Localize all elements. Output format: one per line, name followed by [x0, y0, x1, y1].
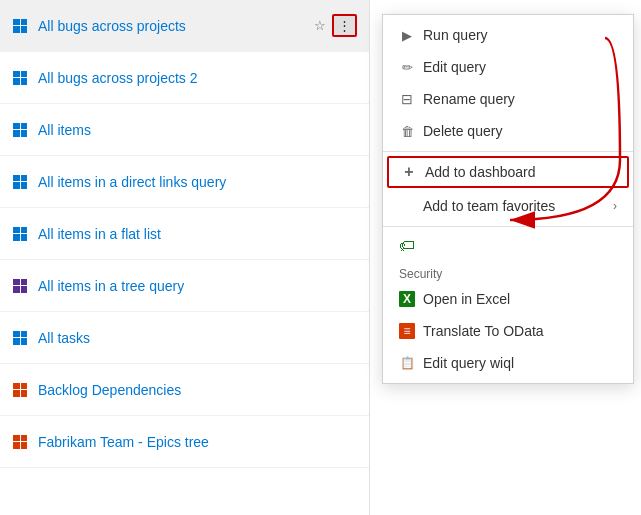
- menu-item-label: Translate To OData: [423, 323, 617, 339]
- query-icon-grid: [12, 174, 28, 190]
- query-label: All items in a direct links query: [38, 174, 357, 190]
- edit-query-icon: ✏: [399, 59, 415, 75]
- star-button[interactable]: ☆: [312, 16, 328, 35]
- query-label: Fabrikam Team - Epics tree: [38, 434, 357, 450]
- query-icon-grid: [12, 70, 28, 86]
- chevron-right-icon: ›: [613, 199, 617, 213]
- run-query-icon: ▶: [399, 27, 415, 43]
- query-item-all-items-flat[interactable]: All items in a flat list: [0, 208, 369, 260]
- menu-item-edit-query[interactable]: ✏ Edit query: [383, 51, 633, 83]
- menu-divider: [383, 151, 633, 152]
- query-label: All items in a tree query: [38, 278, 357, 294]
- menu-item-add-to-dashboard[interactable]: + Add to dashboard: [387, 156, 629, 188]
- menu-item-label: Edit query wiql: [423, 355, 617, 371]
- query-label: All bugs across projects 2: [38, 70, 357, 86]
- translate-odata-icon: ≡: [399, 323, 415, 339]
- query-icon-grid: [12, 330, 28, 346]
- query-item-all-items[interactable]: All items: [0, 104, 369, 156]
- delete-query-icon: 🗑: [399, 123, 415, 139]
- query-icon-grid: [12, 434, 28, 450]
- query-label: All tasks: [38, 330, 357, 346]
- menu-item-label: Delete query: [423, 123, 617, 139]
- query-item-all-items-tree[interactable]: All items in a tree query: [0, 260, 369, 312]
- add-to-dashboard-icon: +: [401, 164, 417, 180]
- context-menu: ▶ Run query ✏ Edit query ⊟ Rename query …: [382, 14, 634, 384]
- query-item-all-items-direct[interactable]: All items in a direct links query: [0, 156, 369, 208]
- menu-item-label: Run query: [423, 27, 617, 43]
- rename-query-icon: ⊟: [399, 91, 415, 107]
- open-excel-icon: X: [399, 291, 415, 307]
- query-item-fabrikam-epics[interactable]: Fabrikam Team - Epics tree: [0, 416, 369, 468]
- menu-item-label: Edit query: [423, 59, 617, 75]
- tag-icon: 🏷: [399, 237, 415, 255]
- menu-item-label: Add to dashboard: [425, 164, 615, 180]
- query-label: All items: [38, 122, 357, 138]
- query-icon-grid: [12, 226, 28, 242]
- more-button[interactable]: ⋮: [332, 14, 357, 37]
- query-list: All bugs across projects ☆ ⋮ All bugs ac…: [0, 0, 370, 515]
- menu-divider-2: [383, 226, 633, 227]
- query-icon-grid: [12, 122, 28, 138]
- add-team-favorites-icon: [399, 198, 415, 214]
- query-label: Backlog Dependencies: [38, 382, 357, 398]
- menu-item-label: Rename query: [423, 91, 617, 107]
- section-label-security: Security: [383, 261, 633, 283]
- query-icon-grid: [12, 18, 28, 34]
- query-item-all-tasks[interactable]: All tasks: [0, 312, 369, 364]
- query-label: All bugs across projects: [38, 18, 312, 34]
- edit-wiql-icon: 📋: [399, 355, 415, 371]
- menu-item-run-query[interactable]: ▶ Run query: [383, 19, 633, 51]
- menu-item-open-excel[interactable]: X Open in Excel: [383, 283, 633, 315]
- query-icon-grid: [12, 278, 28, 294]
- menu-item-delete-query[interactable]: 🗑 Delete query: [383, 115, 633, 147]
- menu-item-label: Add to team favorites: [423, 198, 605, 214]
- query-label: All items in a flat list: [38, 226, 357, 242]
- menu-item-add-to-team-favorites[interactable]: Add to team favorites ›: [383, 190, 633, 222]
- menu-item-translate-odata[interactable]: ≡ Translate To OData: [383, 315, 633, 347]
- query-icon-grid: [12, 382, 28, 398]
- query-item-all-bugs-2[interactable]: All bugs across projects 2: [0, 52, 369, 104]
- menu-item-rename-query[interactable]: ⊟ Rename query: [383, 83, 633, 115]
- menu-item-label: Open in Excel: [423, 291, 617, 307]
- query-item-actions: ☆ ⋮: [312, 14, 357, 37]
- menu-item-edit-wiql[interactable]: 📋 Edit query wiql: [383, 347, 633, 379]
- tag-icon-row: 🏷: [383, 231, 633, 261]
- query-item-backlog-dep[interactable]: Backlog Dependencies: [0, 364, 369, 416]
- query-item-all-bugs[interactable]: All bugs across projects ☆ ⋮: [0, 0, 369, 52]
